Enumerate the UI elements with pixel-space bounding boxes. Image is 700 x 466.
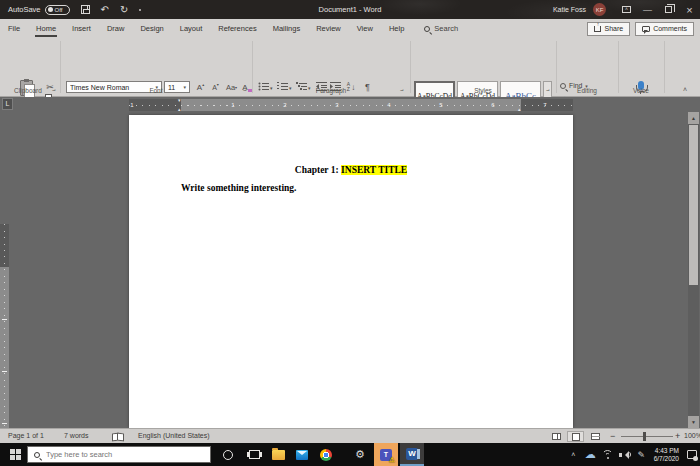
document-heading[interactable]: Chapter 1: INSERT TITLE [181,165,521,175]
action-center-button[interactable] [683,450,700,459]
chrome-button[interactable] [316,443,336,466]
ribbon-search[interactable]: Search [424,24,458,33]
tab-draw[interactable]: Draw [99,19,133,38]
read-mode-button[interactable] [548,431,565,442]
clock[interactable]: 4:43 PM 6/7/2020 [650,447,683,462]
zoom-level[interactable]: 100% [684,432,700,439]
tab-help[interactable]: Help [381,19,412,38]
save-icon[interactable] [81,5,90,14]
proofing-icon[interactable] [112,433,122,440]
task-view-icon [249,450,260,459]
pen-icon[interactable]: ✎ [633,450,650,460]
taskbar-search-icon [34,452,40,458]
tab-home[interactable]: Home [28,19,64,38]
word-taskbar-button[interactable]: W [400,443,424,466]
start-button[interactable] [4,443,26,466]
search-label: Search [434,24,458,33]
settings-button[interactable]: ⚙ [350,443,370,466]
horizontal-ruler[interactable]: 1 1 2 3 4 5 6 7 ▾ ▴ ▴ [129,99,573,111]
vertical-inch-mark [2,371,7,372]
font-dialog-launcher[interactable]: ⌐ [243,88,247,94]
ribbon-display-options-button[interactable]: ˄ [616,0,637,19]
quick-access-toolbar: AutoSave Off ↶ ↻ [8,0,141,19]
language-indicator[interactable]: English (United States) [138,432,210,439]
task-view-button[interactable] [244,443,264,466]
zoom-out-button[interactable]: − [610,431,615,441]
zoom-slider-track[interactable] [621,436,673,437]
page-indicator[interactable]: Page 1 of 1 [8,432,44,439]
taskbar-search-input[interactable] [46,450,186,459]
toggle-knob-icon [48,7,53,12]
web-layout-icon [591,433,600,440]
tray-time: 4:43 PM [654,447,679,455]
tab-mailings[interactable]: Mailings [265,19,309,38]
ruler-mark: 7 [543,102,546,108]
comments-button[interactable]: Comments [635,22,694,36]
scroll-down-icon[interactable]: ▼ [688,416,699,428]
restore-icon [665,6,672,13]
customize-quick-access-icon[interactable] [139,9,141,11]
print-layout-button[interactable] [567,431,584,442]
taskbar: ⚙ T⚠ W ˄ ☁ ✎ 4:43 PM 6/7/2020 [0,443,700,466]
heading-highlighted-text: INSERT TITLE [341,165,407,175]
collapse-ribbon-icon[interactable]: ˄ [683,86,687,93]
vertical-inch-mark [2,423,7,424]
ribbon-tab-row: File Home Insert Draw Design Layout Refe… [0,19,700,38]
tab-stop-selector[interactable]: L [2,98,13,110]
redo-icon[interactable]: ↻ [120,5,128,15]
action-center-icon [687,450,697,459]
mail-button[interactable] [292,443,312,466]
styles-dialog-launcher[interactable]: ⌐ [546,88,550,94]
comments-icon [642,26,650,32]
tab-design[interactable]: Design [132,19,171,38]
paragraph-group-label: Paragraph [252,87,410,94]
autosave-switch[interactable]: Off [45,5,70,15]
windows-logo-icon [10,449,21,460]
tab-layout[interactable]: Layout [172,19,211,38]
teams-button[interactable]: T⚠ [374,443,398,466]
web-layout-button[interactable] [587,431,604,442]
undo-icon[interactable]: ↶ [101,5,109,15]
scroll-up-icon[interactable]: ▲ [688,112,699,124]
clipboard-dialog-launcher[interactable]: ⌐ [52,88,56,94]
network-icon[interactable] [599,450,616,459]
zoom-in-button[interactable]: + [675,431,680,441]
document-area: Chapter 1: INSERT TITLE Write something … [0,112,700,428]
read-mode-icon [552,433,561,440]
folder-icon [272,450,285,460]
share-button[interactable]: Share [587,22,630,36]
tab-view[interactable]: View [349,19,381,38]
zoom-slider-thumb[interactable] [643,432,646,441]
ruler-mark: 6 [491,102,494,108]
paragraph-dialog-launcher[interactable]: ⌐ [400,88,404,94]
tab-references[interactable]: References [210,19,264,38]
word-count[interactable]: 7 words [64,432,89,439]
teams-warning-badge-icon: ⚠ [389,456,395,463]
cortana-button[interactable] [218,443,238,466]
file-explorer-button[interactable] [268,443,288,466]
account-name[interactable]: Katie Foss [553,6,586,13]
ribbon-display-options-icon: ˄ [622,6,631,13]
voice-group-label: Voice [618,87,664,94]
first-line-indent-marker[interactable]: ▾ [178,98,181,103]
onedrive-icon[interactable]: ☁ [582,448,599,461]
styles-group-label: Styles [410,87,556,94]
tab-review[interactable]: Review [308,19,349,38]
vertical-scrollbar[interactable]: ▲ ▼ [688,112,699,428]
document-page[interactable]: Chapter 1: INSERT TITLE Write something … [129,115,573,428]
show-hidden-icons-button[interactable]: ˄ [565,451,582,458]
document-body-text[interactable]: Write something interesting. [181,183,296,193]
tab-insert[interactable]: Insert [64,19,99,38]
tab-file[interactable]: File [0,19,28,38]
volume-icon[interactable] [616,451,633,459]
avatar[interactable]: KF [593,3,606,16]
share-label: Share [604,25,623,32]
autosave-toggle[interactable]: AutoSave Off [8,5,70,15]
ruler-mark: 2 [283,102,286,108]
minimize-button[interactable]: — [637,0,658,19]
restore-button[interactable] [658,0,679,19]
taskbar-search[interactable] [27,446,211,463]
ruler-mark: 4 [387,102,390,108]
close-button[interactable]: × [679,0,700,19]
scrollbar-thumb[interactable] [689,125,698,285]
